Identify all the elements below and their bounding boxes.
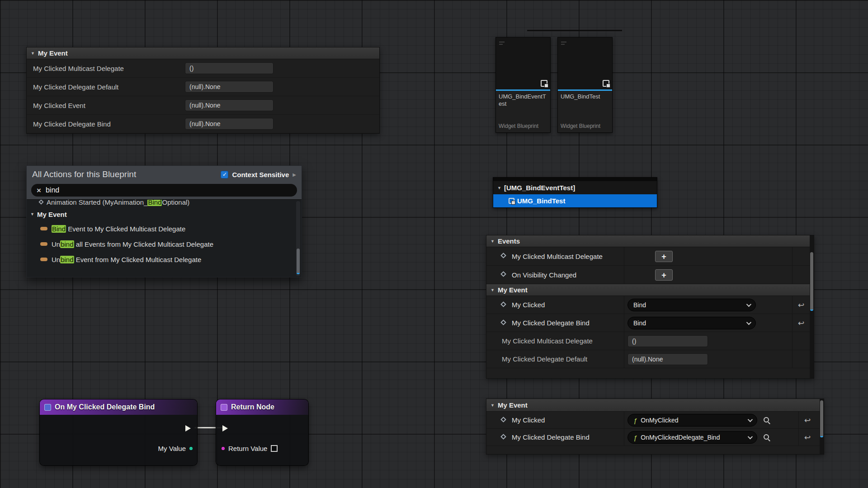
widget-hierarchy-panel: ▼ [UMG_BindEventTest] UMG_BindTest [493,177,657,208]
action-item-unbind-all[interactable]: Unbind all Events from My Clicked Multic… [27,236,302,252]
asset-tile-umg-bindeventtest[interactable]: UMG_BindEventTest Widget Blueprint [495,37,551,133]
property-value-field[interactable]: (null).None [185,118,274,130]
property-label: My Clicked Delegate Default [502,350,587,368]
reset-to-default-icon[interactable]: ↩ [804,415,811,425]
exec-input-pin[interactable] [222,425,228,432]
function-dropdown[interactable]: ƒ OnMyClickedDelegate_Bind [627,431,757,444]
event-pin-icon [500,301,506,307]
function-dropdown[interactable]: ƒ OnMyClicked [627,414,757,427]
column-divider [624,332,624,350]
hierarchy-root-row[interactable]: ▼ [UMG_BindEventTest] [493,181,657,194]
actions-category-title: My Event [37,211,67,218]
category-header-my-event[interactable]: ▼ My Event [27,47,379,59]
property-label: My Clicked Multicast Delegate [33,59,124,78]
details-panel-bound-functions: ▼ My Event My Clicked ƒ OnMyClicked ↩ My… [486,399,824,455]
return-value-input-pin[interactable] [222,447,225,450]
actions-search-input[interactable]: × bind [31,184,297,197]
output-pin-label: My Value [158,445,186,452]
category-title: My Event [498,401,528,409]
column-divider [624,350,624,368]
expand-right-icon[interactable]: ▶ [292,172,296,177]
add-event-button[interactable]: + [655,251,673,262]
reset-to-default-icon[interactable]: ↩ [798,300,804,310]
actions-category-my-event[interactable]: ▼ My Event [27,207,302,221]
input-pin-label: Return Value [228,445,267,452]
function-icon: ƒ [633,417,637,424]
action-item-unbind-event[interactable]: Unbind Event from My Clicked Multicast D… [27,252,302,267]
property-value-field[interactable]: (null).None [185,99,274,111]
column-divider [792,350,793,368]
actions-list[interactable]: Animation Started (MyAnimation_BindOptio… [27,199,302,277]
property-label: My Clicked Event [33,96,85,115]
window-edge-divider [527,30,622,31]
reset-to-default-icon[interactable]: ↩ [804,432,811,442]
hierarchy-selected-row[interactable]: UMG_BindTest [493,194,657,207]
exec-output-pin[interactable] [185,425,191,432]
scrollbar-thumb[interactable] [820,400,823,437]
bind-dropdown[interactable]: Bind [627,299,756,311]
event-label: My Clicked [512,412,545,429]
delegate-bind-row: My Clicked Bind ↩ [486,296,814,314]
node-title: On My Clicked Delegate Bind [55,403,155,411]
column-divider [624,412,624,428]
actions-popup-titlebar: All Actions for this Blueprint ✓ Context… [27,166,302,183]
event-label: My Clicked Multicast Delegate [512,247,603,266]
event-label: My Clicked [512,296,545,314]
add-event-button[interactable]: + [655,269,673,281]
return-value-checkbox[interactable] [271,445,278,452]
property-value-field[interactable]: (null).None [185,81,274,93]
scrollbar[interactable] [810,235,814,378]
property-row: My Clicked Delegate Default (null).None [27,78,379,96]
delegate-icon [40,258,47,261]
node-header[interactable]: On My Clicked Delegate Bind [40,399,197,415]
category-header-events[interactable]: ▼ Events [486,235,814,247]
property-value-field[interactable]: () [185,62,274,74]
scrollbar[interactable] [296,201,300,276]
node-header[interactable]: Return Node [216,399,308,415]
asset-name: UMG_BindTest [558,91,612,107]
all-actions-popup: All Actions for this Blueprint ✓ Context… [26,165,302,277]
property-value-field[interactable]: (null).None [627,353,708,365]
category-title: My Event [38,49,68,57]
search-icon[interactable] [763,417,770,424]
event-row: My Clicked Multicast Delegate + [486,247,814,266]
action-item-bind-event[interactable]: Bind Event to My Clicked Multicast Deleg… [27,221,302,236]
category-title: Events [498,237,520,245]
node-on-my-clicked-delegate-bind[interactable]: On My Clicked Delegate Bind My Value [40,399,197,465]
column-divider [624,429,624,446]
reset-to-default-icon[interactable]: ↩ [798,318,804,328]
hierarchy-selected-label: UMG_BindTest [517,197,565,205]
collapse-arrow-icon: ▼ [491,403,495,408]
search-icon[interactable] [763,434,770,441]
scrollbar-thumb[interactable] [810,252,813,311]
node-body: Return Value [216,415,308,465]
category-header-my-event[interactable]: ▼ My Event [486,399,824,412]
column-divider [624,247,624,265]
node-return-node[interactable]: Return Node Return Value [216,399,308,465]
column-divider [798,412,799,428]
column-divider [792,314,793,332]
my-value-output-pin[interactable] [189,447,193,450]
context-sensitive-checkbox[interactable]: ✓ [221,171,228,178]
category-header-my-event[interactable]: ▼ My Event [486,284,814,296]
property-row: My Clicked Multicast Delegate () [27,59,379,78]
clear-search-icon[interactable]: × [37,187,41,194]
asset-tile-umg-bindtest[interactable]: UMG_BindTest Widget Blueprint [557,37,613,133]
delegate-icon [40,227,47,230]
action-item-clipped[interactable]: Animation Started (MyAnimation_BindOptio… [27,199,302,207]
column-divider [624,266,624,284]
result-node-icon [221,404,227,411]
blueprint-graph-canvas[interactable]: ▼ My Event My Clicked Multicast Delegate… [0,0,868,488]
collapse-arrow-icon: ▼ [497,186,501,190]
bind-dropdown[interactable]: Bind [627,317,756,329]
event-pin-icon [500,253,506,258]
event-pin-icon [500,434,506,440]
scrollbar-thumb[interactable] [297,249,300,274]
column-divider [624,314,624,332]
node-body: My Value [40,415,197,465]
event-label: My Clicked Delegate Bind [512,429,590,446]
property-value-field[interactable]: () [627,335,708,347]
asset-name: UMG_BindEventTest [496,91,550,108]
scrollbar[interactable] [820,399,824,454]
search-query-text: bind [46,186,59,194]
